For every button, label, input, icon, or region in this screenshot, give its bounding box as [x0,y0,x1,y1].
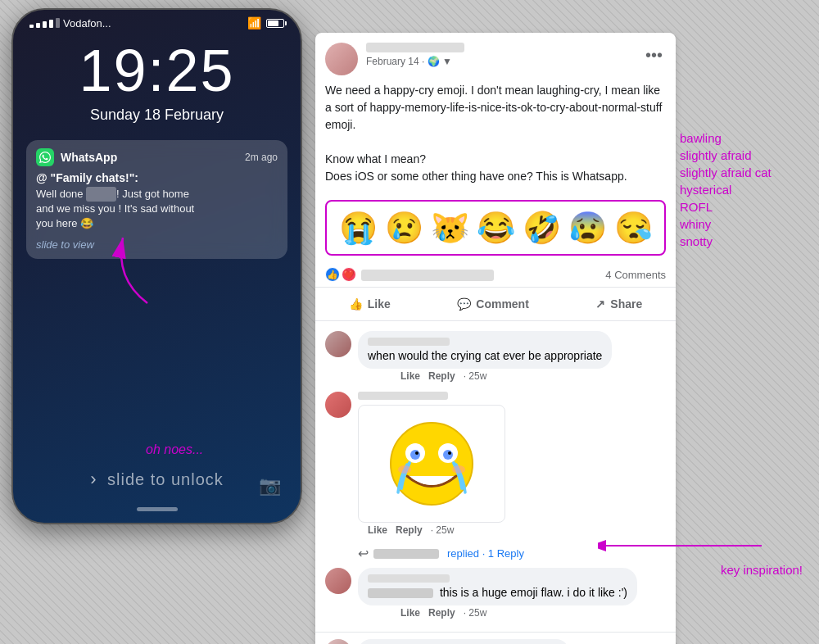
comment-4-bubble: this is a huge emoji flaw. i do it like … [358,568,637,605]
comment-label: Comment [476,297,529,311]
comment-2-avatar [325,392,351,418]
emoji-laughing[interactable]: 😂 [477,210,515,246]
post-text-2: Know what I mean? [325,151,666,168]
comment-4-like[interactable]: Like [400,607,420,619]
phone-bottom: › slide to unlock [13,469,301,490]
blur-name-1: ████ [86,187,116,202]
battery-icon [266,19,284,28]
label-bawling: bawling [680,131,819,145]
label-snotty: snotty [680,234,819,248]
share-button[interactable]: ↗ Share [579,291,658,317]
comment-1-text: when would the crying cat ever be approp… [368,349,602,362]
label-whiny: whiny [680,217,819,231]
comment-input-area: 🙂 📷 GIF 🖼 [315,632,676,644]
comment-4-time: · 25w [464,607,487,619]
post-text-3: Does iOS or some other thing have one? T… [325,168,666,185]
key-inspiration-text: key inspiration! [721,563,803,577]
reactions-bar: 👍 ❤️ ████████████ 4 Comments [315,262,676,288]
phone-time: 19:25 [13,41,301,100]
poster-avatar [325,43,358,75]
post-header: February 14 · 🌍 ▼ ••• [315,33,676,82]
emoji-rofl[interactable]: 🤣 [523,210,561,246]
svg-point-11 [452,465,465,474]
comment-input[interactable] [358,639,569,644]
share-icon: ↗ [595,297,605,311]
input-avatar [325,639,351,644]
signal-icon [29,18,60,28]
replied-author-blur [373,549,439,559]
svg-point-10 [398,465,411,474]
poster-name [366,43,464,52]
reply-arrow-icon: ↩ [358,546,369,561]
like-icon: 👍 [349,297,363,311]
home-bar [137,507,178,511]
svg-point-9 [451,451,453,452]
status-bar: Vodafon... 📶 [13,10,301,33]
label-rofl: ROFL [680,200,819,214]
post-text-1: We need a happy-cry emoji. I don't mean … [325,82,666,134]
chevron-icon: › [90,469,97,489]
comment-2-time: · 25w [431,524,455,536]
reaction-icons: 👍 ❤️ ████████████ [325,267,494,282]
label-slightly-afraid-cat: slightly afraid cat [680,166,819,179]
whatsapp-icon [36,148,54,166]
slide-to-unlock[interactable]: › slide to unlock [13,469,301,490]
comment-4-actions: Like Reply · 25w [391,605,637,622]
emoji-crying[interactable]: 😭 [339,210,378,246]
camera-icon: 📷 [259,475,281,497]
phone-date: Sunday 18 February [13,107,301,124]
comments-count[interactable]: 4 Comments [605,269,666,281]
emoji-sleepy[interactable]: 😪 [614,210,653,246]
action-bar: 👍 Like 💬 Comment ↗ Share [315,288,676,321]
like-label: Like [368,297,391,311]
oh-noes-annotation: oh noes... [146,442,203,457]
post-text: We need a happy-cry emoji. I don't mean … [315,82,676,193]
comment-1: when would the crying cat ever be approp… [315,328,676,388]
wifi-icon: 📶 [247,16,261,29]
comment-2-reply[interactable]: Reply [396,524,423,536]
comment-1-reply[interactable]: Reply [428,370,455,382]
notification-app-name: WhatsApp [61,151,238,164]
side-labels: bawling slightly afraid slightly afraid … [680,131,819,248]
comment-4-reply[interactable]: Reply [428,607,455,619]
status-left: Vodafon... [29,17,111,29]
comment-4-name-blur [368,588,433,598]
status-right: 📶 [247,16,284,29]
post-meta: February 14 · 🌍 ▼ [366,43,634,67]
comment-1-author [368,338,450,346]
comments-section: when would the crying cat ever be approp… [315,321,676,632]
notification-header: WhatsApp 2m ago [36,148,278,166]
whatsapp-notification[interactable]: WhatsApp 2m ago @ "Family chats!": Well … [26,140,287,259]
comment-2-like[interactable]: Like [368,524,387,536]
comment-4-avatar [325,568,351,594]
reaction-count: ████████████ [361,269,494,281]
comment-2-author [358,392,448,400]
happy-cry-emoji [387,419,477,509]
slide-to-view[interactable]: slide to view [36,238,278,251]
comment-1-bubble: when would the crying cat ever be approp… [358,331,612,369]
large-emoji-box [358,405,505,523]
comment-icon: 💬 [457,297,471,311]
label-slightly-afraid: slightly afraid [680,148,819,162]
emoji-anxious[interactable]: 😰 [568,210,607,246]
comment-1-avatar [325,331,351,357]
comment-1-like[interactable]: Like [400,370,420,382]
carrier-name: Vodafon... [63,17,111,29]
like-reaction: 👍 [325,267,340,282]
svg-point-5 [419,451,420,452]
svg-point-8 [448,451,451,455]
post-date: February 14 · 🌍 ▼ [366,56,634,67]
emoji-sad[interactable]: 😢 [385,210,423,246]
like-button[interactable]: 👍 Like [333,291,407,317]
comment-4-author [368,574,450,583]
notification-body: Well done ████! Just got home and we mis… [36,187,278,232]
more-options-button[interactable]: ••• [642,43,666,68]
comment-4: this is a huge emoji flaw. i do it like … [315,565,676,625]
love-reaction: ❤️ [342,267,356,282]
emoji-scaredcat[interactable]: 😿 [431,210,469,246]
comment-button[interactable]: 💬 Comment [441,291,545,317]
replied-text: replied · 1 Reply [447,547,524,560]
label-hysterical: hysterical [680,183,819,197]
comment-1-actions: Like Reply · 25w [391,369,612,385]
notification-group: @ "Family chats!": [36,171,278,184]
